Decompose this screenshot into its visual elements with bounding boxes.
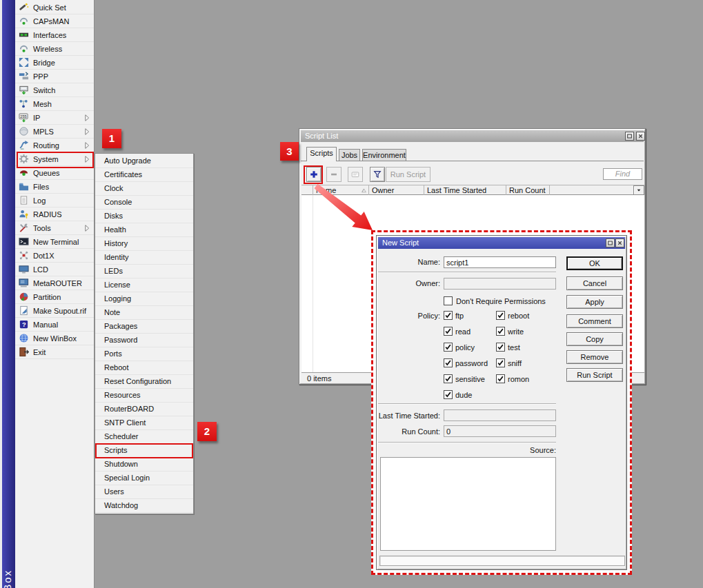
close-button[interactable] xyxy=(615,239,624,247)
maximize-button[interactable] xyxy=(606,239,615,247)
policy-option-password[interactable]: password xyxy=(444,358,488,367)
dialog-button-cancel[interactable]: Cancel xyxy=(566,276,623,290)
policy-checkbox[interactable] xyxy=(496,343,505,352)
sidebar-item-routing[interactable]: Routing xyxy=(15,139,94,152)
sidebar-item-files[interactable]: Files xyxy=(15,180,94,194)
run-script-toolbar-button[interactable]: Run Script xyxy=(386,167,430,182)
policy-checkbox[interactable] xyxy=(444,327,453,336)
policy-option-romon[interactable]: romon xyxy=(496,374,529,383)
system-menu-item-special-login[interactable]: Special Login xyxy=(95,472,193,485)
sidebar-item-mesh[interactable]: Mesh xyxy=(15,97,94,111)
system-menu-item-resources[interactable]: Resources xyxy=(95,389,193,403)
system-menu-item-reset-configuration[interactable]: Reset Configuration xyxy=(95,375,193,389)
source-textarea[interactable] xyxy=(380,457,556,551)
system-menu-item-certificates[interactable]: Certificates xyxy=(95,168,193,182)
system-menu-item-scheduler[interactable]: Scheduler xyxy=(95,430,193,444)
column-dropdown-button[interactable] xyxy=(633,185,644,195)
policy-checkbox[interactable] xyxy=(444,358,453,367)
system-menu-item-clock[interactable]: Clock xyxy=(95,182,193,196)
sidebar-item-partition[interactable]: Partition xyxy=(15,290,94,304)
sidebar-item-mpls[interactable]: MPLS xyxy=(15,125,94,139)
sidebar-item-switch[interactable]: Switch xyxy=(15,83,94,97)
tab-scripts[interactable]: Scripts xyxy=(306,147,337,161)
system-menu-item-sntp-client[interactable]: SNTP Client xyxy=(95,416,193,430)
column-header-last-time-started[interactable]: Last Time Started xyxy=(424,185,506,195)
dialog-button-ok[interactable]: OK xyxy=(566,256,623,270)
policy-checkbox[interactable] xyxy=(496,327,505,336)
dialog-button-run-script[interactable]: Run Script xyxy=(566,368,623,382)
policy-option-sniff[interactable]: sniff xyxy=(496,358,529,367)
policy-option-write[interactable]: write xyxy=(496,327,529,336)
sidebar-item-interfaces[interactable]: Interfaces xyxy=(15,28,94,42)
dialog-button-comment[interactable]: Comment xyxy=(566,314,623,328)
sidebar-item-tools[interactable]: Tools xyxy=(15,221,94,235)
policy-checkbox[interactable] xyxy=(444,374,453,383)
policy-checkbox[interactable] xyxy=(444,390,453,399)
policy-checkbox[interactable] xyxy=(496,374,505,383)
close-button[interactable] xyxy=(636,132,645,141)
system-menu-item-logging[interactable]: Logging xyxy=(95,292,193,306)
sidebar-item-log[interactable]: Log xyxy=(15,194,94,207)
sidebar-item-wireless[interactable]: Wireless xyxy=(15,42,94,56)
policy-option-reboot[interactable]: reboot xyxy=(496,311,529,320)
run-count-input[interactable]: 0 xyxy=(444,425,556,437)
find-input[interactable]: Find xyxy=(603,168,642,180)
system-menu-item-users[interactable]: Users xyxy=(95,485,193,499)
policy-checkbox[interactable] xyxy=(444,343,453,352)
dialog-button-apply[interactable]: Apply xyxy=(566,295,623,309)
system-menu-item-password[interactable]: Password xyxy=(95,334,193,347)
policy-option-test[interactable]: test xyxy=(496,343,529,352)
column-header-run-count[interactable]: Run Count xyxy=(506,185,549,195)
sidebar-item-ppp[interactable]: PPP xyxy=(15,70,94,83)
system-menu-item-console[interactable]: Console xyxy=(95,196,193,210)
last-time-started-input[interactable] xyxy=(444,409,556,421)
tab-jobs[interactable]: Jobs xyxy=(339,149,360,161)
sidebar-item-lcd[interactable]: LCD xyxy=(15,263,94,276)
policy-checkbox[interactable] xyxy=(444,311,453,320)
system-menu-item-shutdown[interactable]: Shutdown xyxy=(95,458,193,472)
system-menu-item-reboot[interactable]: Reboot xyxy=(95,361,193,375)
maximize-button[interactable] xyxy=(625,132,634,141)
system-menu-item-note[interactable]: Note xyxy=(95,306,193,320)
policy-option-policy[interactable]: policy xyxy=(444,343,488,352)
sidebar-item-manual[interactable]: ? Manual xyxy=(15,318,94,332)
sidebar-item-queues[interactable]: Queues xyxy=(15,166,94,180)
policy-checkbox[interactable] xyxy=(496,311,505,320)
tab-environment[interactable]: Environment xyxy=(362,149,406,161)
policy-checkbox[interactable] xyxy=(496,358,505,367)
system-menu-item-ports[interactable]: Ports xyxy=(95,347,193,361)
sidebar-item-make-supout-rif[interactable]: Make Supout.rif xyxy=(15,304,94,318)
system-menu-item-routerboard[interactable]: RouterBOARD xyxy=(95,403,193,416)
sidebar-item-new-winbox[interactable]: New WinBox xyxy=(15,332,94,345)
dont-require-permissions-checkbox[interactable] xyxy=(444,296,453,305)
system-menu-item-health[interactable]: Health xyxy=(95,223,193,237)
system-menu-item-history[interactable]: History xyxy=(95,237,193,251)
system-menu-item-auto-upgrade[interactable]: Auto Upgrade xyxy=(95,154,193,168)
name-input[interactable]: script1 xyxy=(444,256,556,268)
dont-require-permissions-label[interactable]: Don't Require Permissions xyxy=(456,297,546,305)
sidebar-item-radius[interactable]: RADIUS xyxy=(15,207,94,221)
system-menu-item-disks[interactable]: Disks xyxy=(95,210,193,223)
system-menu-item-packages[interactable]: Packages xyxy=(95,320,193,334)
policy-option-sensitive[interactable]: sensitive xyxy=(444,374,488,383)
new-script-titlebar[interactable]: New Script xyxy=(378,237,625,249)
sidebar-item-new-terminal[interactable]: New Terminal xyxy=(15,235,94,249)
policy-option-dude[interactable]: dude xyxy=(444,390,488,399)
sidebar-item-dot1x[interactable]: Dot1X xyxy=(15,249,94,263)
script-list-titlebar[interactable]: Script List xyxy=(301,130,644,142)
system-menu-item-leds[interactable]: LEDs xyxy=(95,265,193,278)
dialog-button-copy[interactable]: Copy xyxy=(566,332,623,346)
sidebar-item-bridge[interactable]: Bridge xyxy=(15,56,94,70)
dialog-button-remove[interactable]: Remove xyxy=(566,350,623,364)
sidebar-item-metarouter[interactable]: MetaROUTER xyxy=(15,276,94,290)
system-menu-item-license[interactable]: License xyxy=(95,278,193,292)
sidebar-item-quick-set[interactable]: Quick Set xyxy=(15,1,94,14)
policy-option-ftp[interactable]: ftp xyxy=(444,311,488,320)
sidebar-item-capsman[interactable]: CAPsMAN xyxy=(15,14,94,28)
sidebar-item-exit[interactable]: Exit xyxy=(15,345,94,359)
system-menu-item-identity[interactable]: Identity xyxy=(95,251,193,265)
policy-option-read[interactable]: read xyxy=(444,327,488,336)
owner-input[interactable] xyxy=(444,278,556,290)
sidebar-item-ip[interactable]: 255 IP xyxy=(15,111,94,125)
system-menu-item-watchdog[interactable]: Watchdog xyxy=(95,499,193,513)
